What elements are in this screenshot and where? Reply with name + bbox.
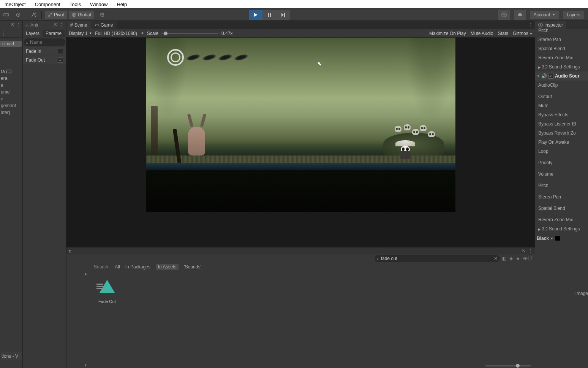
gizmos-dropdown[interactable]: Gizmos ▼ — [513, 31, 533, 36]
tab-game[interactable]: ▭Game — [91, 21, 117, 29]
pivot-toggle[interactable]: Pivot — [45, 11, 67, 19]
mute-toggle[interactable]: Mute Audio — [471, 31, 493, 36]
menu-help[interactable]: Help — [112, 1, 131, 8]
menu-icon[interactable]: ⋮ — [59, 22, 64, 28]
foldout-3d-sound[interactable]: ▶ 3D Sound Settings — [535, 62, 588, 71]
search-input[interactable] — [381, 256, 492, 261]
menubar: meObject Component Tools Window Help — [0, 0, 588, 8]
tab-menu-icon[interactable]: ⋮ — [528, 22, 533, 28]
stats-toggle[interactable]: Stats — [498, 31, 508, 36]
param-row[interactable]: Fade Out ✓ — [23, 56, 66, 64]
context-menu-icon[interactable]: ⋮ — [2, 31, 6, 36]
color-swatch — [555, 236, 560, 241]
hierarchy-item[interactable]: ater] — [0, 109, 22, 116]
component-enable-checkbox[interactable]: ✓ — [548, 74, 553, 79]
param-search[interactable]: ⌕ Name — [24, 38, 65, 46]
prop-bypass-reverb[interactable]: Bypass Reverb Zo — [535, 128, 588, 138]
color-swatch-dropdown[interactable]: Black▼ — [537, 236, 586, 241]
hierarchy-item[interactable]: gement — [0, 102, 22, 109]
prop-stereo-pan-2[interactable]: Stereo Pan — [535, 192, 588, 201]
game-view[interactable]: ⬉ — [66, 38, 535, 247]
prop-reverb-zone-2[interactable]: Reverb Zone Mix — [535, 215, 588, 224]
prop-mute[interactable]: Mute — [535, 101, 588, 110]
tool-custom-icon[interactable] — [28, 10, 40, 20]
tab-scene[interactable]: #Scene — [66, 21, 91, 29]
bottom-item[interactable]: tions - V — [1, 352, 22, 360]
filter-packages[interactable]: In Packages — [125, 264, 150, 270]
filter-all[interactable]: All — [115, 264, 120, 270]
play-button[interactable] — [249, 10, 262, 20]
prop-audioclip[interactable]: AudioClip — [535, 81, 588, 90]
hierarchy-item[interactable]: ume — [0, 89, 22, 95]
filter-type-icon[interactable]: ◧ — [502, 256, 506, 261]
menu-tools[interactable]: Tools — [65, 1, 85, 8]
tool-move-icon[interactable] — [12, 10, 24, 20]
menu-component[interactable]: Component — [30, 1, 65, 8]
lock-icon[interactable]: ⇱ — [11, 22, 15, 28]
game-toolbar: Display 1▼ Full HD (1920x1080)▼ Scale 0.… — [66, 29, 535, 38]
tab-animator[interactable]: Anir — [30, 22, 38, 28]
tool-hand-icon[interactable] — [0, 10, 12, 20]
prop-stereo-pan[interactable]: Stereo Pan — [535, 35, 588, 44]
hidden-toggle[interactable]: 👁17 — [523, 256, 533, 261]
account-dropdown[interactable]: Account▼ — [530, 11, 559, 19]
scroll-down-icon[interactable]: ▼ — [84, 363, 87, 367]
svg-rect-9 — [270, 13, 271, 17]
skull-mound — [383, 117, 444, 155]
step-button[interactable] — [276, 10, 290, 20]
cloud-icon[interactable] — [514, 10, 526, 20]
favorite-icon[interactable]: ★ — [516, 256, 520, 261]
hierarchy-item[interactable]: ra (1) — [0, 68, 22, 75]
menu-window[interactable]: Window — [85, 1, 112, 8]
param-checkbox[interactable]: ✓ — [58, 57, 63, 63]
pause-button[interactable] — [262, 10, 276, 20]
param-row[interactable]: Fade In — [23, 47, 66, 56]
grid-size-slider[interactable] — [485, 365, 531, 366]
clear-icon[interactable]: ✕ — [494, 256, 498, 261]
hierarchy-list: ra (1) era a ume e gement ater] — [0, 67, 22, 116]
menu-icon[interactable]: ⋮ — [528, 248, 533, 254]
filter-sounds[interactable]: 'Sounds' — [184, 264, 201, 270]
asset-item[interactable]: Fade Out — [94, 276, 120, 304]
prop-pitch-2[interactable]: Pitch — [535, 181, 588, 190]
project-search[interactable]: ⌕ ✕ — [375, 255, 500, 262]
menu-gameobject[interactable]: meObject — [0, 1, 30, 8]
prop-loop[interactable]: Loop — [535, 147, 588, 156]
tab-layers[interactable]: Layers — [23, 30, 43, 37]
prop-bypass-effects[interactable]: Bypass Effects — [535, 110, 588, 119]
package-icon[interactable] — [498, 10, 510, 20]
prop-spatial-blend[interactable]: Spatial Blend — [535, 44, 588, 53]
filter-assets[interactable]: In Assets — [156, 264, 179, 270]
lock-icon[interactable]: ⇱ — [522, 248, 526, 254]
npc-left — [184, 114, 211, 155]
hierarchy-item[interactable]: a — [0, 82, 22, 89]
prop-volume[interactable]: Volume — [535, 170, 588, 179]
scale-slider[interactable] — [161, 33, 218, 34]
hierarchy-item[interactable]: era — [0, 75, 22, 82]
prop-priority[interactable]: Priority — [535, 158, 588, 167]
tool-grid-snap-icon[interactable] — [96, 10, 108, 20]
console-tab[interactable]: e — [69, 248, 71, 254]
project-tree[interactable]: ▲ ▼ — [66, 271, 89, 368]
scroll-up-icon[interactable]: ▲ — [84, 272, 87, 276]
hierarchy-item[interactable]: e — [0, 95, 22, 102]
component-audio-source[interactable]: ▼ 🔊 ✓ Audio Sour — [535, 71, 588, 81]
global-toggle[interactable]: Global — [69, 11, 94, 19]
filter-label-icon[interactable]: ◈ — [509, 256, 513, 261]
prop-bypass-listener[interactable]: Bypass Listener Ef — [535, 119, 588, 128]
display-dropdown[interactable]: Display 1▼ — [69, 31, 92, 36]
animation-clip-icon — [100, 280, 115, 293]
layers-dropdown[interactable]: Layers — [563, 11, 584, 19]
prop-output[interactable]: Output — [535, 92, 588, 101]
maximize-toggle[interactable]: Maximize On Play — [429, 31, 466, 36]
menu-icon[interactable]: ⋮ — [16, 22, 21, 28]
prop-reverb-zone[interactable]: Reverb Zone Mix — [535, 53, 588, 62]
foldout-3d-sound-2[interactable]: ▶ 3D Sound Settings — [535, 224, 588, 233]
prop-spatial-blend-2[interactable]: Spatial Blend — [535, 204, 588, 213]
resolution-dropdown[interactable]: Full HD (1920x1080)▼ — [95, 31, 144, 36]
lock-icon[interactable]: ⇱ — [54, 22, 58, 28]
main-toolbar: Pivot Global Account▼ Layers — [0, 8, 588, 21]
prop-play-awake[interactable]: Play On Awake — [535, 138, 588, 147]
tab-parameters[interactable]: Parame — [43, 30, 65, 37]
param-checkbox[interactable] — [58, 49, 63, 54]
